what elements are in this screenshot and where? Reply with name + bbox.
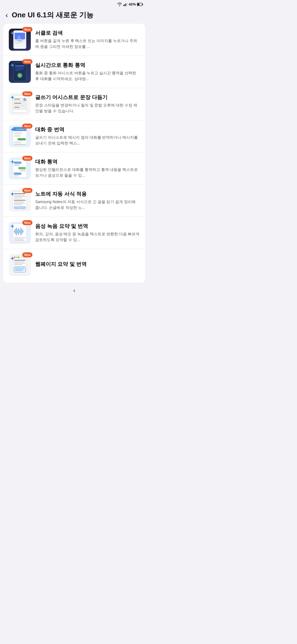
item-desc: 통화 중 통화 어시스트 버튼을 누르고 실시간 통역을 선택한 후 대화를 시… [35, 70, 140, 82]
item-title: 글쓰기 어시스트로 문장 다듬기 [35, 94, 140, 101]
list-item[interactable]: Lindsay Smith ✦ New 대화 중 번역 글쓰기 어시스트로 메시… [3, 120, 145, 152]
thumbnail-wrap: ✦ New [9, 29, 31, 51]
item-content: 음성 녹음 요약 및 번역 회의, 강의, 음성 메모 등 녹음을 텍스트로 변… [35, 223, 140, 243]
bottom-nav: ‹ [0, 283, 148, 297]
list-item[interactable]: ✦ New 글쓰기 어시스트로 문장 다듬기 문장 스타일을 변경하거나 철자 … [3, 88, 145, 120]
svg-rect-51 [14, 196, 26, 197]
bottom-back-button[interactable]: ‹ [73, 287, 75, 294]
item-desc: 문장 스타일을 변경하거나 철자 및 문법 오류에 대한 수정 제안을 받을 수… [35, 102, 140, 114]
svg-rect-86 [15, 270, 23, 271]
list-item[interactable]: ✦ New 웹페이지 요약 및 번역 [3, 249, 145, 283]
item-content: 노트에 자동 서식 적용 Samsung Notes의 자동 서식으로 긴 글을… [35, 191, 140, 211]
svg-rect-49 [14, 193, 26, 194]
svg-rect-69 [14, 238, 26, 238]
new-badge: New [22, 220, 32, 225]
item-title: 대화 중 번역 [35, 126, 140, 133]
svg-rect-28 [14, 103, 21, 104]
svg-rect-45 [20, 170, 26, 171]
item-title: 실시간으로 통화 통역 [35, 62, 140, 69]
item-desc: 회의, 강의, 음성 메모 등 녹음을 텍스트로 변환한 다음 빠르게 검토하도… [35, 231, 140, 243]
svg-rect-64 [18, 228, 19, 235]
svg-rect-68 [23, 230, 23, 233]
svg-rect-65 [20, 230, 20, 233]
svg-text:✆: ✆ [19, 74, 21, 77]
svg-rect-50 [14, 195, 24, 196]
sparkle-icon: ✦ [10, 127, 15, 133]
new-badge: New [22, 188, 32, 193]
sparkle-icon: ✦ [10, 256, 15, 262]
svg-rect-39 [14, 141, 21, 143]
svg-rect-1 [124, 4, 125, 6]
feature-list: ✦ New 서클로 검색 홈 버튼을 길게 누른 후 텍스트 또는 이미지를 누… [3, 24, 145, 283]
item-content: 웹페이지 요약 및 번역 [35, 261, 140, 269]
thumbnail-wrap: ✦ New [9, 254, 31, 276]
thumbnail-wrap: Auto Format ✦ New [9, 190, 31, 212]
svg-rect-27 [14, 102, 26, 105]
battery-icon [137, 3, 143, 6]
svg-rect-29 [14, 106, 26, 110]
list-item[interactable]: ✆ ✦ New 실시간으로 통화 통역 통화 중 통화 어시스트 버튼을 누르고… [3, 56, 145, 88]
svg-point-76 [16, 257, 17, 258]
svg-rect-20 [15, 69, 24, 69]
thumbnail-wrap: ✆ ✦ New [9, 61, 31, 83]
sparkle-icon: ✦ [10, 62, 15, 69]
svg-rect-60 [14, 230, 15, 233]
svg-rect-21 [15, 70, 21, 71]
item-content: 글쓰기 어시스트로 문장 다듬기 문장 스타일을 변경하거나 철자 및 문법 오… [35, 94, 140, 114]
svg-rect-6 [142, 4, 143, 5]
item-title: 노트에 자동 서식 적용 [35, 191, 140, 198]
new-badge: New [22, 91, 32, 96]
svg-rect-42 [14, 162, 21, 164]
status-bar: 42% [0, 0, 148, 7]
new-badge: New [22, 59, 32, 64]
page-title: One UI 6.1의 새로운 기능 [12, 11, 94, 19]
svg-rect-55 [14, 203, 26, 204]
svg-point-31 [23, 98, 26, 101]
svg-rect-5 [137, 3, 139, 6]
svg-rect-0 [123, 5, 124, 6]
new-badge: New [22, 252, 32, 257]
thumbnail-wrap: Lindsay Smith ✦ New [9, 125, 31, 147]
svg-rect-71 [14, 240, 24, 241]
item-desc: Samsung Notes의 자동 서식으로 긴 글을 읽기 쉽게 정리해 줍니… [35, 199, 140, 211]
item-desc: 향상된 인텔리전스로 대화를 통역하고 통역 내용을 텍스트로 보거나 음성으로… [35, 167, 140, 178]
svg-rect-26 [14, 99, 20, 100]
svg-rect-54 [14, 201, 24, 202]
svg-rect-79 [14, 260, 26, 261]
svg-rect-19 [15, 67, 23, 68]
svg-rect-80 [14, 261, 24, 262]
svg-rect-37 [14, 135, 21, 137]
item-title: 서클로 검색 [35, 30, 140, 37]
thumbnail-wrap: ✦ New [9, 157, 31, 179]
item-content: 서클로 검색 홈 버튼을 길게 누른 후 텍스트 또는 이미지를 누르거나 주위… [35, 30, 140, 50]
back-button[interactable]: ‹ [6, 12, 8, 19]
sparkle-icon: ✦ [10, 191, 15, 197]
list-item[interactable]: Auto Format ✦ New 노트에 자동 서식 적용 Samsung N… [3, 185, 145, 217]
svg-rect-67 [22, 229, 22, 234]
thumbnail-wrap: ✦ New [9, 93, 31, 115]
svg-rect-3 [127, 3, 127, 6]
item-content: 대화 통역 향상된 인텔리전스로 대화를 통역하고 통역 내용을 텍스트로 보거… [35, 159, 140, 178]
sparkle-icon: ✦ [10, 30, 15, 36]
list-item[interactable]: ✦ New 서클로 검색 홈 버튼을 길게 누른 후 텍스트 또는 이미지를 누… [3, 24, 145, 56]
sparkle-icon: ✦ [10, 95, 15, 101]
list-item[interactable]: ✦ New 대화 통역 향상된 인텔리전스로 대화를 통역하고 통역 내용을 텍… [3, 152, 145, 185]
signal-icon [123, 2, 128, 6]
svg-rect-44 [18, 167, 26, 169]
svg-rect-62 [16, 228, 17, 235]
new-badge: New [22, 124, 32, 129]
svg-rect-30 [14, 107, 19, 108]
svg-rect-13 [15, 41, 25, 42]
svg-point-77 [18, 257, 19, 258]
item-content: 실시간으로 통화 통역 통화 중 통화 어시스트 버튼을 누르고 실시간 통역을… [35, 62, 140, 82]
svg-rect-40 [14, 144, 26, 145]
svg-rect-66 [21, 228, 21, 235]
svg-rect-52 [14, 198, 22, 198]
svg-rect-14 [15, 43, 21, 43]
item-title: 대화 통역 [35, 159, 140, 165]
list-item[interactable]: ✦ New 음성 녹음 요약 및 번역 회의, 강의, 음성 메모 등 녹음을 … [3, 217, 145, 249]
item-desc: 홈 버튼을 길게 누른 후 텍스트 또는 이미지를 누르거나 주위에 원을 그리… [35, 38, 140, 50]
svg-rect-84 [15, 268, 25, 268]
item-content: 대화 중 번역 글쓰기 어시스트로 메시지 앱의 대화를 번역하거나 메시지를 … [35, 126, 140, 146]
svg-rect-53 [14, 200, 26, 201]
